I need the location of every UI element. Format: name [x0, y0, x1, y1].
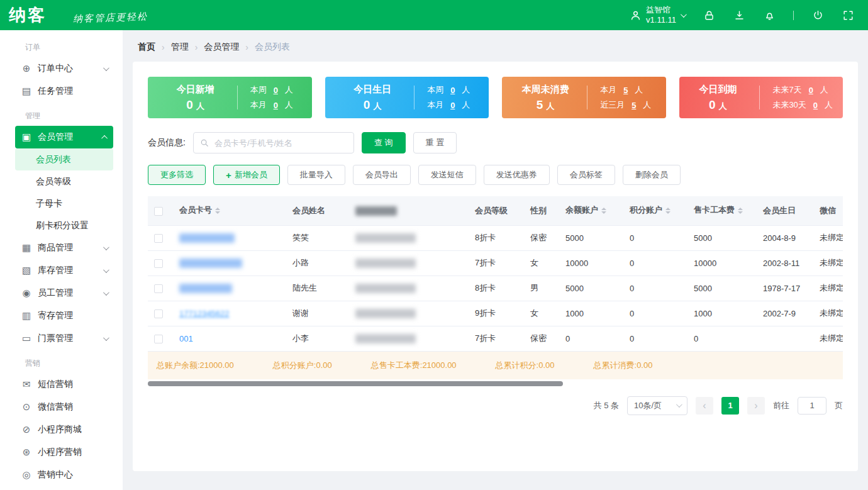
more-filter-button[interactable]: 更多筛选	[148, 165, 206, 185]
current-page-button[interactable]: 1	[721, 397, 739, 415]
col-points[interactable]: 积分账户	[623, 196, 687, 225]
redacted-phone	[355, 233, 416, 243]
page-size-select[interactable]: 10条/页	[627, 396, 687, 415]
sort-icon[interactable]	[738, 205, 743, 216]
redacted-phone	[355, 259, 416, 268]
sidebar-item-inventory-manage[interactable]: ▧ 库存管理	[15, 259, 113, 282]
member-search-input[interactable]	[213, 138, 347, 148]
sidebar-item-marketing-center[interactable]: ◎ 营销中心	[15, 464, 113, 486]
stat-link[interactable]: 0	[274, 101, 278, 110]
row-checkbox[interactable]	[154, 335, 163, 343]
sidebar-item-storage-manage[interactable]: ▥ 寄存管理	[15, 304, 113, 327]
sidebar-item-ticket-manage[interactable]: ▭ 门票管理	[15, 327, 113, 350]
row-checkbox[interactable]	[154, 309, 163, 318]
sidebar-subitem-parent-child-card[interactable]: 子母卡	[15, 192, 113, 214]
row-checkbox[interactable]	[154, 259, 163, 268]
breadcrumb-separator: ›	[162, 42, 165, 52]
add-member-button[interactable]: +新增会员	[213, 165, 280, 185]
sidebar-subitem-member-level[interactable]: 会员等级	[15, 170, 113, 192]
reset-button[interactable]: 重 置	[413, 132, 457, 153]
table-row[interactable]: 001 小李 7折卡 保密 0 0 0 未绑定	[148, 326, 843, 351]
goods-icon: ▦	[21, 242, 32, 253]
top-bar: 纳客 纳客管店更轻松 益智馆 v1.11.11	[0, 0, 868, 30]
chevron-down-icon	[103, 289, 109, 296]
bell-icon[interactable]	[763, 9, 776, 21]
stat-link[interactable]: 0	[450, 86, 455, 95]
query-button[interactable]: 查 询	[362, 132, 406, 153]
table-row[interactable]: 笑笑 8折卡 保密 5000 0 5000 2004-8-9 未绑定	[148, 225, 843, 250]
horizontal-scrollbar[interactable]	[148, 381, 563, 386]
sort-icon[interactable]	[215, 205, 220, 216]
sidebar-item-staff-manage[interactable]: ◉ 员工管理	[15, 282, 113, 304]
sidebar-item-task-manage[interactable]: ▤ 任务管理	[15, 80, 113, 103]
sidebar-item-order-center[interactable]: ⊕ 订单中心	[15, 57, 113, 80]
stat-link[interactable]: 0	[813, 101, 818, 110]
sidebar-item-sms-marketing[interactable]: ✉ 短信营销	[15, 373, 113, 396]
col-phone-redacted	[349, 196, 469, 225]
member-tag-button[interactable]: 会员标签	[557, 165, 615, 185]
target-icon: ◎	[21, 469, 32, 481]
total-count: 共 5 条	[594, 400, 619, 411]
sidebar-item-goods-manage[interactable]: ▦ 商品管理	[15, 237, 113, 259]
sidebar-subitem-member-list[interactable]: 会员列表	[15, 148, 113, 170]
stat-divider	[587, 86, 587, 109]
stat-link[interactable]: 0	[274, 86, 278, 95]
member-export-button[interactable]: 会员导出	[353, 165, 411, 185]
download-icon[interactable]	[733, 9, 745, 21]
sidebar-group-marketing: 营销	[0, 350, 123, 373]
col-member-card[interactable]: 会员卡号	[173, 196, 286, 225]
table-row[interactable]: 小路 7折卡 女 10000 0 10000 2002-8-11 未绑定	[148, 250, 843, 276]
breadcrumb-separator: ›	[195, 42, 198, 52]
sort-icon[interactable]	[665, 205, 670, 216]
goto-page-input[interactable]	[798, 397, 826, 415]
globe-icon: ⊕	[21, 63, 32, 74]
stat-link[interactable]: 5	[632, 101, 636, 110]
sidebar-group-order: 订单	[0, 34, 123, 57]
row-checkbox[interactable]	[154, 234, 163, 243]
col-balance[interactable]: 余额账户	[559, 196, 623, 225]
table-row[interactable]: 陆先生 8折卡 男 5000 0 5000 1978-7-17 未绑定	[148, 276, 843, 301]
toolbar: 更多筛选 +新增会员 批量导入 会员导出 发送短信 发送优惠券 会员标签 删除会…	[148, 165, 843, 185]
redacted-card-number	[179, 233, 235, 243]
sidebar-group-manage: 管理	[0, 103, 123, 126]
sidebar-item-wechat-marketing[interactable]: ⊙ 微信营销	[15, 396, 113, 418]
chevron-down-icon	[103, 267, 109, 273]
lock-icon[interactable]	[703, 9, 715, 21]
col-card-fee[interactable]: 售卡工本费	[687, 196, 757, 225]
sidebar-item-miniapp-marketing[interactable]: ⊛ 小程序营销	[15, 441, 113, 464]
brand-area: 纳客 纳客管店更轻松	[9, 4, 148, 26]
goto-unit: 页	[835, 400, 843, 411]
fullscreen-icon[interactable]	[842, 9, 854, 21]
sort-icon[interactable]	[601, 205, 606, 216]
member-card-link[interactable]: 17712345622	[179, 309, 230, 318]
breadcrumb-member-manage[interactable]: 会员管理	[204, 42, 239, 53]
stat-divider	[237, 86, 238, 109]
sidebar-item-member-manage[interactable]: ▣ 会员管理	[15, 126, 113, 148]
account-menu[interactable]: 益智馆 v1.11.11	[629, 5, 685, 25]
select-all-checkbox[interactable]	[154, 207, 163, 216]
breadcrumb-separator: ›	[245, 42, 248, 52]
row-checkbox[interactable]	[154, 284, 163, 293]
prev-page-button[interactable]: ‹	[696, 397, 713, 415]
stat-link[interactable]: 0	[809, 86, 813, 95]
power-icon[interactable]	[811, 9, 824, 21]
stat-link[interactable]: 5	[623, 86, 628, 95]
table-row[interactable]: 17712345622 谢谢 9折卡 女 1000 0 1000 2002-7-…	[148, 301, 843, 326]
member-table: 会员卡号 会员姓名 会员等级 性别 余额账户 积分账户 售卡工本费 会员生日 微…	[148, 196, 843, 352]
sidebar-item-miniapp-mall[interactable]: ⊘ 小程序商城	[15, 418, 113, 441]
member-card-link[interactable]: 001	[179, 334, 193, 343]
sidebar-group-data: 数据	[0, 486, 123, 490]
brand-tagline: 纳客管店更轻松	[73, 11, 148, 25]
stat-link[interactable]: 0	[450, 101, 455, 110]
goto-label: 前往	[773, 400, 789, 411]
breadcrumb-manage[interactable]: 管理	[171, 42, 189, 53]
sidebar-subitem-swipe-points-setting[interactable]: 刷卡积分设置	[15, 214, 113, 237]
ticket-icon: ▭	[21, 333, 32, 344]
send-coupon-button[interactable]: 发送优惠券	[484, 165, 550, 185]
batch-import-button[interactable]: 批量导入	[287, 165, 345, 185]
col-member-grade: 会员等级	[469, 196, 524, 225]
delete-member-button[interactable]: 删除会员	[623, 165, 681, 185]
breadcrumb-home[interactable]: 首页	[138, 42, 155, 53]
send-sms-button[interactable]: 发送短信	[418, 165, 476, 185]
next-page-button[interactable]: ›	[747, 397, 765, 415]
